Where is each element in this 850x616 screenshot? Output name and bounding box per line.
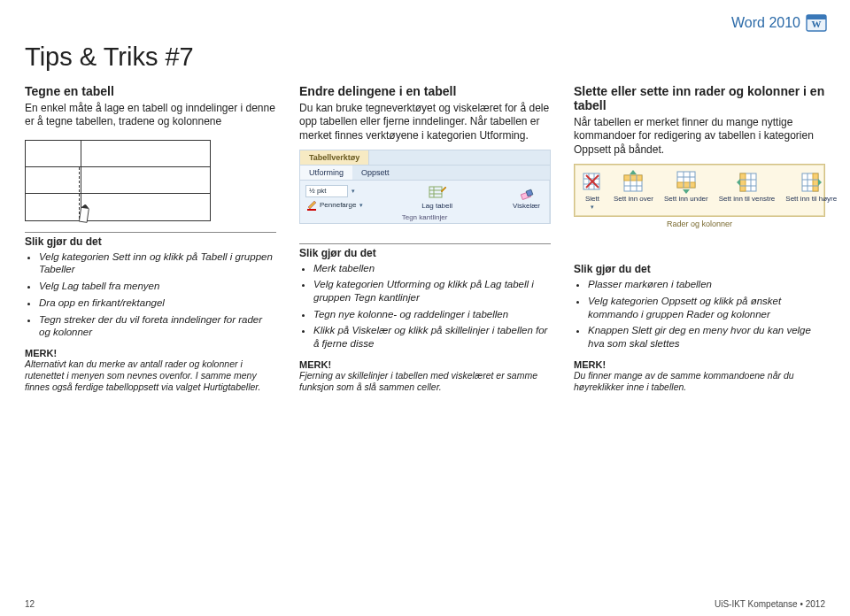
col2-heading: Endre delingene i en tabell bbox=[299, 84, 551, 98]
col1-bullets: Velg kategorien Sett inn og klikk på Tab… bbox=[25, 250, 276, 343]
page-title: Tips & Triks #7 bbox=[25, 42, 825, 72]
list-item: Merk tabellen bbox=[313, 262, 551, 275]
ribbon-group-label: Rader og kolonner bbox=[574, 217, 825, 228]
pencil-icon bbox=[76, 204, 93, 225]
svg-rect-38 bbox=[813, 173, 818, 191]
col3-bullets: Plasser markøren i tabellen Velg kategor… bbox=[574, 278, 825, 354]
list-item: Velg kategorien Utforming og klikk på La… bbox=[313, 278, 551, 304]
svg-rect-32 bbox=[740, 173, 746, 191]
word-logo-icon: W bbox=[806, 12, 827, 34]
col3-note: Du finner mange av de samme kommandoene … bbox=[574, 370, 825, 393]
list-item: Plasser markøren i tabellen bbox=[588, 278, 825, 291]
list-item: Velg Lag tabell fra menyen bbox=[39, 280, 276, 293]
svg-rect-6 bbox=[429, 187, 442, 197]
svg-rect-26 bbox=[677, 182, 695, 188]
svg-rect-20 bbox=[624, 175, 642, 181]
list-item: Klikk på Viskelær og klikk på skillelinj… bbox=[313, 324, 551, 350]
col2-bullets: Merk tabellen Velg kategorien Utforming … bbox=[299, 262, 551, 354]
col2-note-heading: MERK! bbox=[299, 359, 551, 370]
chevron-down-icon: ▾ bbox=[589, 204, 596, 211]
product-name: Word 2010 bbox=[731, 15, 800, 31]
col1-note-heading: MERK! bbox=[25, 348, 276, 358]
line-weight-select: ½ pkt bbox=[305, 185, 348, 197]
insert-left-button: Sett inn til venstre bbox=[715, 168, 779, 212]
col1-note: Alternativt kan du merke av antall rader… bbox=[25, 358, 276, 392]
list-item: Velg kategorien Sett inn og klikk på Tab… bbox=[39, 250, 276, 276]
col3-note-heading: MERK! bbox=[574, 359, 825, 370]
insert-below-button: Sett inn under bbox=[661, 168, 712, 212]
page-footer: 12 UiS-IKT Kompetanse • 2012 bbox=[25, 599, 825, 609]
col2-intro: Du kan bruke tegneverktøyet og viskelære… bbox=[299, 102, 551, 142]
col-2: Endre delingene i en tabell Du kan bruke… bbox=[299, 84, 551, 392]
ribbon-utforming-screenshot: Tabellverktøy Utforming Oppsett ½ pkt ▾ bbox=[299, 150, 551, 224]
col2-instr-heading: Slik gjør du det bbox=[299, 243, 551, 259]
col1-intro: En enkel måte å lage en tabell og inndel… bbox=[25, 102, 276, 129]
delete-button: Slett ▾ bbox=[578, 168, 607, 212]
col3-instr-heading: Slik gjør du det bbox=[574, 258, 825, 275]
col1-heading: Tegne en tabell bbox=[25, 84, 276, 98]
pen-color-icon bbox=[305, 199, 318, 212]
insert-right-button: Sett inn til høyre bbox=[782, 168, 840, 212]
svg-marker-24 bbox=[630, 170, 637, 174]
col1-instr-heading: Slik gjør du det bbox=[25, 232, 276, 248]
ribbon-group-label: Tegn kantlinjer bbox=[402, 213, 448, 221]
list-item: Velg kategorien Oppsett og klikk på ønsk… bbox=[588, 295, 825, 320]
col2-note: Fjerning av skillelinjer i tabellen med … bbox=[299, 370, 551, 393]
pen-color-label: Pennefarge bbox=[320, 201, 356, 209]
svg-rect-5 bbox=[307, 209, 316, 211]
eraser-button: Viskelær bbox=[509, 184, 544, 212]
svg-marker-30 bbox=[683, 189, 690, 194]
ribbon-tab-utforming: Utforming bbox=[300, 166, 352, 180]
col3-intro: Når tabellen er merket finner du mange n… bbox=[574, 116, 825, 157]
chevron-down-icon: ▾ bbox=[358, 202, 365, 209]
svg-marker-36 bbox=[737, 179, 740, 186]
col3-heading: Slette eller sette inn rader og kolonner… bbox=[574, 84, 825, 112]
draw-table-button: Lag tabell bbox=[418, 184, 456, 212]
ribbon-contextual-tab: Tabellverktøy bbox=[300, 150, 369, 165]
ribbon-tab-oppsett: Oppsett bbox=[352, 166, 398, 180]
footer-credit: UiS-IKT Kompetanse • 2012 bbox=[715, 599, 825, 609]
drawn-table-illustration bbox=[25, 140, 211, 221]
list-item: Tegn nye kolonne- og raddelinger i tabel… bbox=[313, 308, 551, 321]
list-item: Tegn streker der du vil foreta inndeling… bbox=[39, 313, 276, 339]
header-bar: Word 2010 W bbox=[731, 12, 827, 34]
list-item: Knappen Slett gir deg en meny hvor du ka… bbox=[588, 324, 825, 350]
col-3: Slette eller sette inn rader og kolonner… bbox=[574, 84, 825, 392]
svg-text:W: W bbox=[812, 19, 822, 29]
ribbon-rows-cols-screenshot: Slett ▾ Sett inn over Sett inn under Set… bbox=[574, 164, 825, 228]
insert-above-button: Sett inn over bbox=[610, 168, 657, 212]
svg-marker-42 bbox=[818, 179, 822, 186]
columns: Tegne en tabell En enkel måte å lage en … bbox=[25, 84, 825, 392]
page-number: 12 bbox=[25, 599, 35, 609]
list-item: Dra opp en firkant/rektangel bbox=[39, 296, 276, 310]
col-1: Tegne en tabell En enkel måte å lage en … bbox=[25, 84, 276, 392]
chevron-down-icon: ▾ bbox=[350, 188, 357, 195]
